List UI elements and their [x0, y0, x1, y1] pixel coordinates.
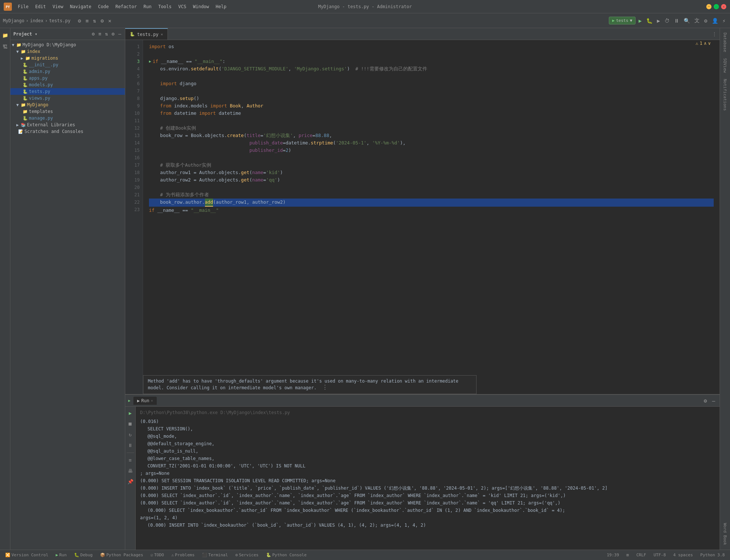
models-label: models.py [29, 82, 53, 87]
code-editor[interactable]: import os ▶ if __name__ == "__main__": o… [143, 40, 720, 394]
tree-item-manage[interactable]: 🐍 manage.py [10, 115, 125, 121]
tree-item-index[interactable]: ▼ 📁 index [10, 48, 125, 55]
right-strip: Database SQView Notifications Word Book [720, 28, 730, 550]
windows-logo: ⊞ [624, 553, 631, 557]
run-stop-icon[interactable]: ⏹ [126, 420, 134, 428]
code-line-8: django.setup() [149, 95, 714, 102]
collapse-all-icon[interactable]: ≡ [84, 16, 90, 25]
tree-item-external-libs[interactable]: ▶ 📚 External Libraries [10, 121, 125, 128]
tree-item-init[interactable]: 🐍 __init__.py [10, 61, 125, 68]
tree-item-migrations[interactable]: ▶ 📁 migrations [10, 55, 125, 61]
run-suspend-icon[interactable]: ⏸ [126, 441, 134, 450]
code-line-9: from index.models import Book, Author [149, 102, 714, 110]
menu-file[interactable]: File [15, 3, 31, 11]
problems-status[interactable]: ⚠ Problems [169, 553, 197, 557]
power-save-icon[interactable]: ⚡ [721, 16, 727, 25]
minimize-button[interactable]: ─ [706, 4, 711, 9]
settings-gear-icon[interactable]: ⚙ [703, 16, 709, 25]
tree-item-tests[interactable]: 🐍 tests.py [10, 88, 125, 95]
notifications-panel-icon[interactable]: Notifications [722, 77, 728, 112]
tooltip-more-icon[interactable]: ⋮ [322, 384, 328, 391]
editor-tab-tests[interactable]: 🐍 tests.py ✕ [125, 28, 168, 40]
toolbar-settings-icon[interactable]: ⚙ [99, 16, 105, 25]
sidebar-close-icon[interactable]: — [117, 30, 122, 37]
version-control-status[interactable]: 🔀 Version Control [3, 553, 50, 557]
debug-button[interactable]: 🐛 [645, 16, 654, 25]
project-settings-icon[interactable]: ⚙ [76, 16, 82, 25]
run-button[interactable]: ▶ [637, 16, 643, 25]
sidebar-sort-icon[interactable]: ⇅ [104, 30, 109, 37]
close-button[interactable]: ✕ [721, 4, 726, 9]
sidebar-settings-icon[interactable]: ⚙ [91, 30, 96, 37]
tree-item-admin[interactable]: 🐍 admin.py [10, 68, 125, 75]
bottom-settings-icon[interactable]: ⚙ [702, 396, 708, 405]
bottom-minimize-icon[interactable]: — [711, 396, 717, 405]
dropdown-icon: ▼ [630, 18, 633, 23]
python-packages-status[interactable]: 📦 Python Packages [98, 553, 145, 557]
maximize-button[interactable]: □ [714, 4, 719, 9]
menu-window[interactable]: Window [190, 3, 212, 11]
profile-button[interactable]: ⏱ [663, 16, 671, 25]
bottom-tab-run[interactable]: ▶ Run ✕ [133, 397, 157, 405]
tree-item-root[interactable]: ▼ 📁 MyDjango D:\MyDjango [10, 41, 125, 48]
menu-vcs[interactable]: VCS [175, 3, 189, 11]
menu-run[interactable]: Run [140, 3, 155, 11]
user-icon[interactable]: 👤 [710, 16, 720, 25]
translate-icon[interactable]: 文 [693, 16, 701, 26]
python-console-status[interactable]: 🐍 Python Console [264, 553, 309, 557]
tree-item-views[interactable]: 🐍 views.py [10, 95, 125, 101]
run-config-selector[interactable]: ▶ tests ▼ [609, 17, 636, 24]
run-output-area[interactable]: D:\Python\Python38\python.exe D:\MyDjang… [136, 407, 720, 550]
sort-icon[interactable]: ⇅ [92, 16, 97, 25]
word-book-icon[interactable]: Word Book [722, 521, 728, 547]
sidebar-config-icon[interactable]: ⚙ [111, 30, 115, 37]
database-panel-icon[interactable]: Database [722, 31, 728, 54]
debug-status[interactable]: 🐛 Debug [72, 553, 95, 557]
run-pin-icon[interactable]: 📌 [126, 477, 135, 486]
menu-tools[interactable]: Tools [155, 3, 175, 11]
services-status[interactable]: ⚙ Services [233, 553, 261, 557]
chevron-up-icon[interactable]: ∧ [704, 41, 707, 46]
run-play-icon[interactable]: ▶ [127, 409, 133, 417]
chevron-down-icon[interactable]: ∨ [708, 41, 711, 46]
run-status[interactable]: ▶ Run [53, 553, 69, 557]
close-panel-icon[interactable]: ✕ [107, 16, 113, 25]
project-dropdown-label[interactable]: Project ▾ [13, 31, 37, 37]
tooltip-box: Method 'add' has to have 'through_defaul… [143, 375, 477, 394]
sqview-panel-icon[interactable]: SQView [722, 57, 728, 74]
search-everywhere-button[interactable]: 🔍 [682, 16, 691, 25]
breadcrumb-file[interactable]: tests.py [49, 18, 70, 23]
line-endings[interactable]: CRLF [634, 553, 648, 557]
menu-edit[interactable]: Edit [32, 3, 49, 11]
breadcrumb: MyDjango › index › tests.py [3, 18, 70, 23]
tree-item-apps[interactable]: 🐍 apps.py [10, 75, 125, 81]
pause-button[interactable]: ⏸ [673, 16, 681, 25]
menu-refactor[interactable]: Refactor [112, 3, 140, 11]
indent-setting[interactable]: 4 spaces [671, 553, 695, 557]
breadcrumb-index[interactable]: index [30, 18, 43, 23]
menu-code[interactable]: Code [95, 3, 112, 11]
encoding[interactable]: UTF-8 [651, 553, 668, 557]
structure-icon[interactable]: 🏗 [1, 43, 9, 51]
terminal-status[interactable]: ⬛ Terminal [200, 553, 230, 557]
run-rerun-icon[interactable]: ↻ [127, 430, 133, 439]
run-filter-icon[interactable]: ≡ [127, 456, 133, 464]
project-icon[interactable]: 📁 [1, 31, 10, 40]
tree-item-models[interactable]: 🐍 models.py [10, 81, 125, 88]
run-status-arrow: ▶ [56, 553, 58, 557]
menu-navigate[interactable]: Navigate [67, 3, 94, 11]
tab-more-button[interactable]: ⋮ [709, 31, 720, 37]
run-with-coverage-button[interactable]: ▶ [656, 16, 661, 25]
sidebar-tree-icon[interactable]: ≡ [98, 30, 102, 37]
tab-close-icon[interactable]: ✕ [161, 32, 163, 36]
tree-item-templates[interactable]: 📁 templates [10, 108, 125, 115]
breadcrumb-project[interactable]: MyDjango [3, 18, 24, 23]
run-tab-close-icon[interactable]: ✕ [151, 399, 153, 403]
tree-item-mydjango[interactable]: ▼ 📁 MyDjango [10, 101, 125, 108]
tree-item-scratches[interactable]: 📝 Scratches and Consoles [10, 128, 125, 135]
menu-view[interactable]: View [50, 3, 66, 11]
menu-help[interactable]: Help [213, 3, 229, 11]
todo-status[interactable]: ☑ TODO [148, 553, 166, 557]
python-interpreter[interactable]: Python 3.8 [698, 553, 727, 557]
run-print-icon[interactable]: 🖶 [126, 467, 134, 475]
